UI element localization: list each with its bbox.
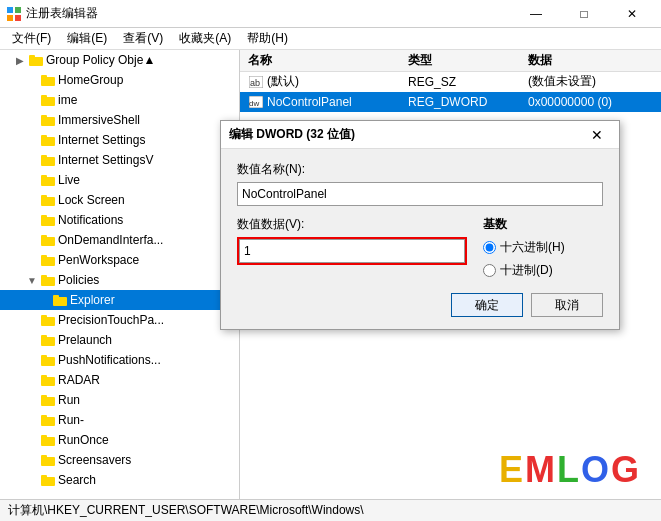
tree-arrow-icon: ▶ <box>12 52 28 68</box>
folder-icon <box>40 72 56 88</box>
tree-item-label: Live <box>58 173 80 187</box>
tree-item-label: Notifications <box>58 213 123 227</box>
folder-icon <box>40 392 56 408</box>
maximize-button[interactable]: □ <box>561 0 607 28</box>
tree-item[interactable]: Screensavers <box>0 450 239 470</box>
edit-dword-dialog[interactable]: 编辑 DWORD (32 位值) ✕ 数值名称(N): 数值数据(V): 基数 <box>220 120 620 330</box>
svg-rect-5 <box>29 55 35 59</box>
tree-item[interactable]: OnDemandInterfa... <box>0 230 239 250</box>
table-row[interactable]: dwNoControlPanelREG_DWORD0x00000000 (0) <box>240 92 661 112</box>
value-data-wrapper <box>237 237 467 265</box>
radio-hex[interactable]: 十六进制(H) <box>483 239 603 256</box>
folder-icon <box>40 452 56 468</box>
col-header-name: 名称 <box>248 52 408 69</box>
reg-data-cell: 0x00000000 (0) <box>528 95 653 109</box>
cancel-button[interactable]: 取消 <box>531 293 603 317</box>
svg-rect-27 <box>41 275 47 279</box>
tree-item[interactable]: Search <box>0 470 239 490</box>
tree-item-label: Explorer <box>70 293 115 307</box>
tree-item[interactable]: Prelaunch <box>0 330 239 350</box>
ok-button[interactable]: 确定 <box>451 293 523 317</box>
close-button[interactable]: ✕ <box>609 0 655 28</box>
folder-icon <box>40 352 56 368</box>
base-label: 基数 <box>483 216 603 233</box>
table-row[interactable]: ab(默认)REG_SZ(数值未设置) <box>240 72 661 92</box>
tree-item[interactable]: Internet Settings <box>0 130 239 150</box>
tree-arrow-icon <box>24 112 40 128</box>
dialog-close-button[interactable]: ✕ <box>583 123 611 147</box>
reg-data-cell: (数值未设置) <box>528 73 653 90</box>
folder-icon <box>40 212 56 228</box>
folder-icon <box>40 92 56 108</box>
tree-item[interactable]: Internet SettingsV <box>0 150 239 170</box>
tree-item[interactable]: RunOnce <box>0 430 239 450</box>
tree-arrow-icon <box>24 92 40 108</box>
folder-icon <box>28 52 44 68</box>
reg-name-cell: ab(默认) <box>248 73 408 90</box>
svg-rect-31 <box>41 315 47 319</box>
tree-arrow-icon <box>24 152 40 168</box>
tree-item[interactable]: HomeGroup <box>0 70 239 90</box>
tree-item[interactable]: ▶Group Policy Obje▲ <box>0 50 239 70</box>
tree-item[interactable]: PenWorkspace <box>0 250 239 270</box>
tree-item[interactable]: Run <box>0 390 239 410</box>
tree-scroll[interactable]: ▶Group Policy Obje▲HomeGroupimeImmersive… <box>0 50 239 499</box>
tree-item-label: RADAR <box>58 373 100 387</box>
menu-item[interactable]: 查看(V) <box>115 28 171 49</box>
minimize-button[interactable]: — <box>513 0 559 28</box>
svg-rect-15 <box>41 155 47 159</box>
tree-item[interactable]: RADAR <box>0 370 239 390</box>
dialog-title-bar: 编辑 DWORD (32 位值) ✕ <box>221 121 619 149</box>
folder-icon <box>40 112 56 128</box>
folder-icon <box>40 432 56 448</box>
folder-icon <box>40 372 56 388</box>
tree-item[interactable]: Notifications <box>0 210 239 230</box>
svg-rect-11 <box>41 115 47 119</box>
tree-item[interactable]: PushNotifications... <box>0 350 239 370</box>
radio-dec[interactable]: 十进制(D) <box>483 262 603 279</box>
tree-item[interactable]: ime <box>0 90 239 110</box>
right-header: 名称 类型 数据 <box>240 50 661 72</box>
tree-item-label: ime <box>58 93 77 107</box>
window-title: 注册表编辑器 <box>26 5 513 22</box>
svg-rect-2 <box>7 15 13 21</box>
window-controls: — □ ✕ <box>513 0 655 28</box>
value-data-input[interactable] <box>239 239 465 263</box>
tree-item-label: Internet SettingsV <box>58 153 153 167</box>
svg-text:dw: dw <box>249 99 259 108</box>
tree-item[interactable]: Run- <box>0 410 239 430</box>
svg-rect-17 <box>41 175 47 179</box>
tree-item[interactable]: ▼Policies <box>0 270 239 290</box>
radio-group: 十六进制(H) 十进制(D) <box>483 239 603 279</box>
tree-item-label: Screensavers <box>58 453 131 467</box>
tree-item-label: Group Policy Obje▲ <box>46 53 155 67</box>
menu-item[interactable]: 文件(F) <box>4 28 59 49</box>
value-name-label: 数值名称(N): <box>237 161 603 178</box>
value-name-input[interactable] <box>237 182 603 206</box>
svg-rect-39 <box>41 395 47 399</box>
tree-item[interactable]: Explorer <box>0 290 239 310</box>
reg-name-cell: dwNoControlPanel <box>248 94 408 110</box>
tree-panel: ▶Group Policy Obje▲HomeGroupimeImmersive… <box>0 50 240 499</box>
svg-rect-1 <box>15 7 21 13</box>
value-data-section: 数值数据(V): <box>237 216 467 265</box>
menu-item[interactable]: 编辑(E) <box>59 28 115 49</box>
tree-item[interactable]: Live <box>0 170 239 190</box>
folder-icon <box>40 312 56 328</box>
svg-rect-33 <box>41 335 47 339</box>
tree-item[interactable]: PrecisionTouchPa... <box>0 310 239 330</box>
menu-item[interactable]: 帮助(H) <box>239 28 296 49</box>
folder-icon <box>52 292 68 308</box>
svg-rect-43 <box>41 435 47 439</box>
tree-item[interactable]: ImmersiveShell <box>0 110 239 130</box>
tree-item[interactable]: Lock Screen <box>0 190 239 210</box>
svg-rect-45 <box>41 455 47 459</box>
tree-item-label: Run- <box>58 413 84 427</box>
title-bar: 注册表编辑器 — □ ✕ <box>0 0 661 28</box>
reg-name-text: (默认) <box>267 73 299 90</box>
radio-dec-input[interactable] <box>483 264 496 277</box>
svg-rect-21 <box>41 215 47 219</box>
radio-hex-input[interactable] <box>483 241 496 254</box>
menu-item[interactable]: 收藏夹(A) <box>171 28 239 49</box>
tree-arrow-icon <box>24 452 40 468</box>
